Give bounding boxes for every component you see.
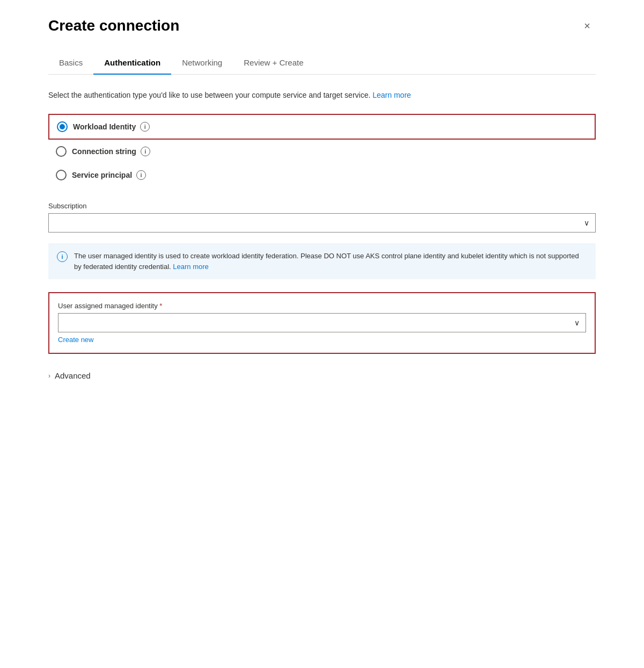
connection-string-info-icon[interactable]: i <box>141 147 150 156</box>
service-principal-option[interactable]: Service principal i <box>48 163 596 187</box>
user-identity-section: User assigned managed identity * Create … <box>48 292 596 354</box>
close-button[interactable]: × <box>579 17 596 34</box>
info-banner: i The user managed identity is used to c… <box>48 243 596 279</box>
dialog-title: Create connection <box>48 17 179 34</box>
auth-type-radio-group: Workload Identity i Connection string i … <box>48 114 596 187</box>
tab-authentication[interactable]: Authentication <box>93 52 171 75</box>
subscription-select[interactable] <box>48 213 596 233</box>
advanced-section: › Advanced <box>48 367 596 384</box>
service-principal-radio[interactable] <box>56 170 67 180</box>
advanced-chevron-icon: › <box>48 372 50 380</box>
description-learn-more-link[interactable]: Learn more <box>372 91 411 99</box>
advanced-toggle-button[interactable]: › Advanced <box>48 367 91 384</box>
info-banner-learn-more-link[interactable]: Learn more <box>173 263 208 271</box>
connection-string-label: Connection string i <box>72 147 150 156</box>
workload-identity-radio[interactable] <box>57 121 68 132</box>
workload-identity-label: Workload Identity i <box>73 122 150 132</box>
connection-string-option[interactable]: Connection string i <box>48 140 596 163</box>
dialog-header: Create connection × <box>48 17 596 34</box>
description-text: Select the authentication type you'd lik… <box>48 90 596 101</box>
info-banner-text: The user managed identity is used to cre… <box>74 251 587 272</box>
service-principal-label: Service principal i <box>72 170 146 180</box>
user-identity-select[interactable] <box>58 313 586 332</box>
required-asterisk: * <box>159 302 162 310</box>
connection-string-radio[interactable] <box>56 146 67 157</box>
tab-bar: Basics Authentication Networking Review … <box>48 52 596 75</box>
tab-review-create[interactable]: Review + Create <box>233 52 314 75</box>
create-connection-dialog: Create connection × Basics Authenticatio… <box>27 0 617 402</box>
create-new-link[interactable]: Create new <box>58 336 93 344</box>
user-identity-select-wrapper <box>58 313 586 332</box>
advanced-label: Advanced <box>55 371 91 380</box>
tab-basics[interactable]: Basics <box>48 52 93 75</box>
user-identity-label: User assigned managed identity * <box>58 302 586 310</box>
subscription-section: Subscription <box>48 202 596 233</box>
workload-identity-option[interactable]: Workload Identity i <box>48 114 596 140</box>
workload-identity-info-icon[interactable]: i <box>140 122 150 132</box>
service-principal-info-icon[interactable]: i <box>136 170 146 180</box>
tab-networking[interactable]: Networking <box>171 52 233 75</box>
subscription-select-wrapper <box>48 213 596 233</box>
info-banner-icon: i <box>57 251 68 262</box>
subscription-label: Subscription <box>48 202 596 210</box>
